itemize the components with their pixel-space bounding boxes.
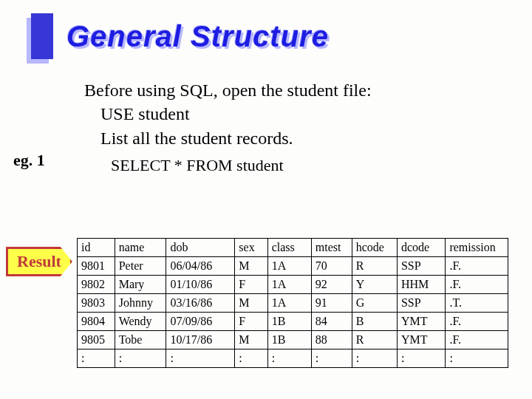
cell: 1A xyxy=(267,294,311,313)
table-row: 9805 Tobe 10/17/86 M 1B 88 R YMT .F. xyxy=(78,331,508,349)
cell: 84 xyxy=(311,313,352,331)
col-sex: sex xyxy=(235,239,267,257)
title-bar-icon xyxy=(31,13,53,59)
cell: M xyxy=(235,257,267,276)
cell: Peter xyxy=(115,257,166,276)
col-name: name xyxy=(115,239,166,257)
cell: : xyxy=(78,349,115,368)
table-body: 9801 Peter 06/04/86 M 1A 70 R SSP .F. 98… xyxy=(78,257,508,368)
cell: Mary xyxy=(115,276,166,294)
col-remission: remission xyxy=(446,239,508,257)
cell: 9801 xyxy=(78,257,115,276)
title-row: General Structure xyxy=(31,13,516,59)
cell: .F. xyxy=(446,313,508,331)
cell: F xyxy=(235,313,267,331)
example-badge: eg. 1 xyxy=(13,151,45,170)
body-line-4: SELECT * FROM student xyxy=(84,154,516,177)
cell: G xyxy=(352,294,397,313)
table-row: : : : : : : : : : xyxy=(78,349,508,368)
col-dob: dob xyxy=(166,239,235,257)
col-mtest: mtest xyxy=(311,239,352,257)
cell: SSP xyxy=(397,257,445,276)
table-row: 9804 Wendy 07/09/86 F 1B 84 B YMT .F. xyxy=(78,313,508,331)
cell: : xyxy=(311,349,352,368)
body-line-3: List all the student records. xyxy=(84,126,516,150)
cell: : xyxy=(115,349,166,368)
table-header-row: id name dob sex class mtest hcode dcode … xyxy=(78,239,508,257)
cell: 1A xyxy=(267,276,311,294)
col-hcode: hcode xyxy=(352,239,397,257)
table-row: 9803 Johnny 03/16/86 M 1A 91 G SSP .T. xyxy=(78,294,508,313)
col-class: class xyxy=(267,239,311,257)
cell: R xyxy=(352,331,397,349)
cell: M xyxy=(235,294,267,313)
cell: : xyxy=(166,349,235,368)
col-id: id xyxy=(78,239,115,257)
body-line-1: Before using SQL, open the student file: xyxy=(84,78,516,102)
cell: 92 xyxy=(311,276,352,294)
cell: 06/04/86 xyxy=(166,257,235,276)
cell: .F. xyxy=(446,276,508,294)
result-badge: Result xyxy=(6,247,72,276)
cell: 1B xyxy=(267,313,311,331)
cell: Wendy xyxy=(115,313,166,331)
cell: 1A xyxy=(267,257,311,276)
slide: General Structure Before using SQL, open… xyxy=(0,0,532,399)
table-row: 9802 Mary 01/10/86 F 1A 92 Y HHM .F. xyxy=(78,276,508,294)
slide-title: General Structure xyxy=(66,20,329,53)
cell: SSP xyxy=(397,294,445,313)
result-table-wrap: id name dob sex class mtest hcode dcode … xyxy=(77,238,508,368)
cell: : xyxy=(267,349,311,368)
cell: Y xyxy=(352,276,397,294)
body-text: Before using SQL, open the student file:… xyxy=(84,78,516,177)
cell: : xyxy=(446,349,508,368)
cell: F xyxy=(235,276,267,294)
result-table: id name dob sex class mtest hcode dcode … xyxy=(77,238,508,368)
cell: 91 xyxy=(311,294,352,313)
cell: 9802 xyxy=(78,276,115,294)
cell: HHM xyxy=(397,276,445,294)
cell: B xyxy=(352,313,397,331)
cell: 1B xyxy=(267,331,311,349)
table-row: 9801 Peter 06/04/86 M 1A 70 R SSP .F. xyxy=(78,257,508,276)
cell: R xyxy=(352,257,397,276)
cell: YMT xyxy=(397,331,445,349)
cell: M xyxy=(235,331,267,349)
cell: Johnny xyxy=(115,294,166,313)
cell: .T. xyxy=(446,294,508,313)
cell: Tobe xyxy=(115,331,166,349)
col-dcode: dcode xyxy=(397,239,445,257)
cell: 9804 xyxy=(78,313,115,331)
cell: .F. xyxy=(446,257,508,276)
cell: 9803 xyxy=(78,294,115,313)
cell: 10/17/86 xyxy=(166,331,235,349)
cell: 88 xyxy=(311,331,352,349)
cell: 01/10/86 xyxy=(166,276,235,294)
body-line-2: USE student xyxy=(84,102,516,126)
cell: : xyxy=(352,349,397,368)
cell: YMT xyxy=(397,313,445,331)
cell: 9805 xyxy=(78,331,115,349)
cell: 07/09/86 xyxy=(166,313,235,331)
cell: 03/16/86 xyxy=(166,294,235,313)
cell: : xyxy=(397,349,445,368)
cell: : xyxy=(235,349,267,368)
cell: .F. xyxy=(446,331,508,349)
cell: 70 xyxy=(311,257,352,276)
